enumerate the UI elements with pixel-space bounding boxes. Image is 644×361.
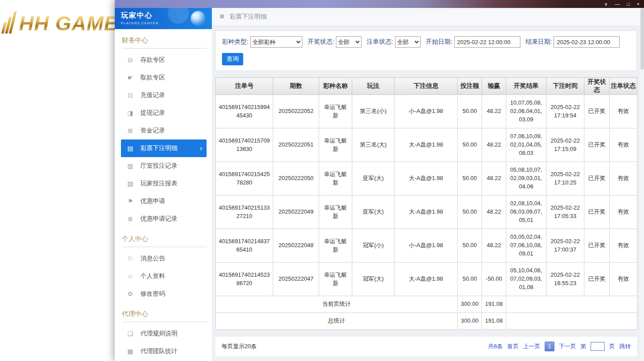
sidebar-item[interactable]: ▤彩票下注明细› [121, 139, 207, 157]
current-page-button[interactable]: 1 [545, 342, 554, 351]
sidebar-item[interactable]: ⊡充值记录 [121, 86, 207, 104]
draw-status-select[interactable]: 全部 [336, 36, 362, 48]
section-title: 财务中心 [122, 36, 207, 49]
site-logo: HH GAME [3, 11, 118, 34]
sidebar-item[interactable]: ⚐消息公告 [121, 250, 207, 267]
cell: 48.22 [482, 162, 506, 196]
cell: 10,07,05,08,02,06,04,01,03,09 [506, 95, 546, 128]
cell: 有效 [610, 263, 637, 296]
draw-status-filter: 开奖状态: 全部 [308, 36, 362, 48]
cell: 20250222050 [273, 162, 319, 196]
next-page-link[interactable]: 下一页 [559, 342, 576, 350]
cell: 幸运飞艇新 [319, 128, 352, 162]
cell: 幸运飞艇新 [319, 162, 352, 196]
sidebar-item[interactable]: ⚙修改密码 [121, 285, 207, 303]
sidebar-item[interactable]: ≣优惠申请记录 [121, 210, 207, 228]
sidebar-item-label: 充值记录 [140, 91, 165, 99]
sidebar-item-label: 提现记录 [140, 109, 165, 117]
pagination: 共6条 首页 上一页 1 下一页 第 页 跳转 [488, 342, 631, 351]
cell: 03,05,02,04,07,06,10,08,09,01 [506, 229, 546, 263]
cell: 401569174021483765410 [216, 229, 273, 263]
section-title: 个人中心 [122, 235, 207, 247]
column-header: 玩法 [352, 78, 395, 95]
sidebar-item[interactable]: ☺个人资料 [121, 267, 207, 285]
chevron-right-icon: › [200, 145, 202, 152]
end-date-input[interactable] [554, 36, 620, 48]
sidebar-item[interactable]: ◨提现记录 [121, 104, 207, 122]
main-content: ≡ 彩票下注明细 彩种类型: 全部彩种 开奖状态: [212, 8, 644, 361]
window-scrollbar [640, 8, 644, 361]
sidebar-item[interactable]: ❏代理规则说明 [121, 325, 207, 342]
cell: 大-A盘@1.98 [395, 196, 458, 229]
jump-button[interactable]: 跳转 [619, 342, 631, 350]
cell: 48.22 [482, 128, 506, 162]
column-header: 下注信息 [395, 78, 458, 95]
menu-toggle-icon[interactable]: ≡ [220, 12, 224, 21]
jump-page-input[interactable] [591, 342, 605, 351]
cell: 幸运飞艇新 [319, 229, 352, 263]
cell: 幸运飞艇新 [319, 263, 352, 296]
column-header: 注单状态 [610, 78, 637, 95]
promo-apply-icon: ⚑ [126, 198, 134, 205]
agent-rules-icon: ❏ [126, 330, 134, 337]
close-button[interactable]: × [637, 2, 640, 7]
cell: 48.22 [482, 196, 506, 229]
withdraw-record-icon: ◨ [126, 109, 134, 117]
order-status-label: 注单状态: [367, 38, 393, 46]
sidebar-item[interactable]: ⊞资金记录 [121, 122, 207, 139]
summary-row: 总统计300.00191.08 [216, 313, 637, 330]
withdraw-icon: ☛ [126, 74, 134, 81]
jump-prefix-label: 第 [580, 342, 586, 350]
start-date-filter: 开始日期: [426, 36, 520, 48]
cell: 20250222051 [273, 128, 319, 162]
cell: 有效 [610, 229, 637, 263]
ball-decoration-icon [191, 11, 206, 26]
sidebar-item[interactable]: ▥厅室投注记录 [121, 157, 207, 175]
cell: 20250222049 [273, 196, 319, 229]
cell: 冠军(大) [352, 263, 395, 296]
cell: 401569174021513327210 [216, 196, 273, 229]
search-button[interactable]: 查询 [222, 53, 243, 65]
cell: 2025-02-22 17:10:25 [546, 162, 584, 196]
sidebar-item[interactable]: ⚑优惠申请 [121, 192, 207, 210]
cell: 有效 [610, 162, 637, 196]
summary-bet-total: 300.00 [458, 313, 482, 330]
lottery-type-select[interactable]: 全部彩种 [250, 36, 302, 48]
cell: 2025-02-22 17:00:37 [546, 229, 584, 263]
cell: 幸运飞艇新 [319, 95, 352, 128]
table-row: 40156917402151332721020250222049幸运飞艇新亚军(… [216, 196, 637, 229]
cell: 2025-02-22 17:15:09 [546, 128, 584, 162]
order-status-select[interactable]: 全部 [395, 36, 421, 48]
first-page-link[interactable]: 首页 [507, 342, 519, 350]
sidebar-item[interactable]: ⊟存款专区 [121, 51, 207, 69]
cell: 48.22 [482, 95, 506, 128]
minimize-button[interactable]: — [615, 2, 620, 7]
column-header: 开奖状态 [584, 78, 610, 95]
app-window: ∨ — □ × 玩家中心 PLAYERS CENTER 财务中心⊟存款专区☛取款… [115, 0, 644, 361]
cell: 2025-02-22 17:05:33 [546, 196, 584, 229]
summary-row: 当前页统计300.00191.08 [216, 296, 637, 313]
cell: 05,08,10,07,02,09,03,01,04,06 [506, 162, 546, 196]
sidebar-header: 玩家中心 PLAYERS CENTER [115, 8, 212, 29]
cell: 冠军(小) [352, 229, 395, 263]
table-row: 40156917402148376541020250222048幸运飞艇新冠军(… [216, 229, 637, 263]
cell: 20250222048 [273, 229, 319, 263]
cell: 02,08,10,04,06,03,09,07,05,01 [506, 196, 546, 229]
sidebar-item[interactable]: ☛取款专区 [121, 69, 207, 86]
cell: 20250222047 [273, 263, 319, 296]
scrollbar-thumb[interactable] [640, 8, 644, 70]
sidebar-item[interactable]: ▦代理团队统计 [121, 342, 207, 360]
table-footer: 每页显示20条 共6条 首页 上一页 1 下一页 第 页 跳转 [215, 337, 637, 356]
password-gear-icon: ⚙ [126, 290, 134, 297]
maximize-button[interactable]: □ [627, 2, 630, 7]
cell: 大-A盘@1.98 [395, 263, 458, 296]
cell: 亚军(大) [352, 196, 395, 229]
table-row: 40156917402157091363020250222051幸运飞艇新第三名… [216, 128, 637, 162]
cell: 有效 [610, 128, 637, 162]
cell: 20250222052 [273, 95, 319, 128]
column-header: 期数 [273, 78, 319, 95]
start-date-input[interactable] [454, 36, 520, 48]
chevron-down-icon[interactable]: ∨ [604, 2, 608, 7]
prev-page-link[interactable]: 上一页 [523, 342, 540, 350]
sidebar-item[interactable]: ▧玩家投注报表 [121, 175, 207, 192]
